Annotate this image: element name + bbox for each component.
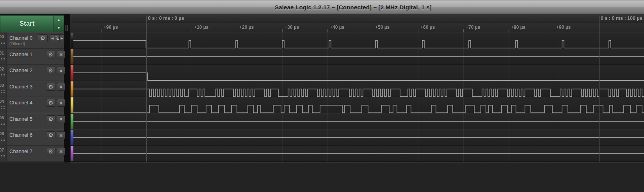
channel-panel: 00Channel 0(Filtered)⚙◀▶01Channel 1⚙×02C… <box>0 32 64 169</box>
channel-name: Channel 4 <box>9 100 32 106</box>
gear-icon: ⚙ <box>48 84 53 90</box>
timeline-tick-label: +70 µs <box>466 25 480 30</box>
channel-name: Channel 7 <box>9 148 32 154</box>
channel-settings-button[interactable]: ⚙ <box>46 51 55 58</box>
trigger-button-group: ◀▶ <box>50 34 64 42</box>
drag-handle-icon[interactable] <box>1 155 2 156</box>
channel-color-strip-02 <box>71 65 73 81</box>
timeline-tick <box>237 29 237 32</box>
channel-number: 00 <box>0 34 4 39</box>
trigger-edge-icon <box>55 36 59 41</box>
channel-remove-button[interactable]: × <box>57 148 65 155</box>
channel-name: Channel 2 <box>9 67 32 73</box>
channel-remove-button[interactable]: × <box>57 115 65 123</box>
timeline-tick <box>373 29 373 32</box>
gear-icon: ⚙ <box>48 100 53 106</box>
close-icon: × <box>59 116 63 122</box>
timeline-range-label: 0 s : 0 ms : 100 µs <box>601 16 642 21</box>
drag-handle-icon[interactable] <box>1 90 2 91</box>
timeline-tick-label: +10 µs <box>194 25 208 30</box>
channel-name: Channel 0 <box>9 35 32 41</box>
digital-trace-04 <box>73 105 644 113</box>
gear-icon: ⚙ <box>48 148 53 155</box>
timeline-tick-label: +50 µs <box>375 25 390 30</box>
channel-settings-button[interactable]: ⚙ <box>46 99 55 107</box>
drag-handle-icon[interactable] <box>1 42 2 42</box>
digital-trace-03 <box>73 89 644 97</box>
gear-icon: ⚙ <box>40 35 45 41</box>
timeline-tick <box>327 29 328 32</box>
timeline-ruler-absolute[interactable]: 0 s : 0 ms : 0 µs0 s : 0 ms : 100 µs <box>70 14 644 23</box>
capture-controls: Start ▲ ▼ <box>0 14 66 32</box>
window-title: Saleae Logic 1.2.17 – [Connected] – [2 M… <box>212 4 432 11</box>
timeline-tick <box>418 29 418 32</box>
trigger-type-button[interactable] <box>55 35 59 42</box>
channel-remove-button[interactable]: × <box>57 83 65 91</box>
prev-edge-button[interactable]: ◀ <box>50 35 55 42</box>
chevron-up-icon[interactable]: ▲ <box>54 16 64 24</box>
close-icon: × <box>59 83 63 90</box>
digital-trace-02 <box>73 73 644 81</box>
channel-remove-button[interactable]: × <box>57 99 65 107</box>
drag-handle-icon[interactable] <box>1 74 2 75</box>
channel-settings-button[interactable]: ⚙ <box>46 83 55 91</box>
timeline-tick-label: +80 µs <box>511 25 525 30</box>
close-icon: × <box>59 148 63 155</box>
chevron-left-icon: ◀ <box>51 37 53 40</box>
timeline-ruler-ticks[interactable]: +90 µs+10 µs+20 µs+30 µs+40 µs+50 µs+60 … <box>70 23 644 32</box>
drag-handle-icon[interactable] <box>1 139 2 139</box>
drag-handle-icon[interactable] <box>1 123 2 123</box>
channel-row-03: 03Channel 3⚙× <box>0 81 64 97</box>
close-icon: × <box>59 100 63 106</box>
resize-grip-icon[interactable] <box>66 25 68 31</box>
timeline-tick <box>101 29 101 32</box>
channel-row-07: 07Channel 7⚙× <box>0 146 64 162</box>
channel-settings-button[interactable]: ⚙ <box>38 34 48 42</box>
timeline-tick <box>282 29 283 32</box>
drag-handle-icon[interactable] <box>1 58 2 59</box>
channel-remove-button[interactable]: × <box>57 67 65 74</box>
channel-color-strip-04 <box>71 97 73 113</box>
channel-number: 04 <box>0 99 4 104</box>
timeline-tick-label: +90 µs <box>103 25 118 30</box>
gear-icon: ⚙ <box>48 67 53 74</box>
channel-filter-note: (Filtered) <box>9 42 25 46</box>
timeline-major-gridline <box>599 16 600 162</box>
timeline-range-label: 0 s : 0 ms : 0 µs <box>148 16 184 21</box>
timeline-tick-label: +40 µs <box>330 25 344 30</box>
channel-settings-button[interactable]: ⚙ <box>46 131 55 139</box>
capture-options-arrows: ▲ ▼ <box>54 15 64 32</box>
channel-row-06: 06Channel 6⚙× <box>0 129 64 146</box>
timeline-tick <box>554 29 554 32</box>
channel-name: Channel 6 <box>9 132 32 138</box>
channel-row-00: 00Channel 0(Filtered)⚙◀▶ <box>0 32 64 49</box>
channel-settings-button[interactable]: ⚙ <box>46 148 55 155</box>
timeline-tick <box>509 29 509 32</box>
channel-number: 06 <box>0 131 4 136</box>
channel-name: Channel 1 <box>9 51 32 57</box>
channel-number: 02 <box>0 67 4 71</box>
channel-settings-button[interactable]: ⚙ <box>46 67 55 74</box>
timeline-tick-label: +90 µs <box>556 25 571 30</box>
channel-name: Channel 5 <box>9 116 32 122</box>
channel-remove-button[interactable]: × <box>57 51 65 58</box>
channel-color-strip-06 <box>71 130 73 145</box>
gear-icon: ⚙ <box>48 116 53 122</box>
title-bar[interactable]: Saleae Logic 1.2.17 – [Connected] – [2 M… <box>0 0 644 14</box>
chevron-down-icon[interactable]: ▼ <box>54 24 64 32</box>
channel-row-02: 02Channel 2⚙× <box>0 65 64 81</box>
drag-handle-icon[interactable] <box>1 106 2 107</box>
channel-settings-button[interactable]: ⚙ <box>46 115 55 123</box>
channel-remove-button[interactable]: × <box>57 131 65 139</box>
channel-number: 01 <box>0 51 4 55</box>
channel-number: 05 <box>0 115 4 120</box>
next-edge-button[interactable]: ▶ <box>59 35 64 42</box>
channel-color-strip-01 <box>71 49 73 65</box>
close-icon: × <box>59 132 63 139</box>
start-button[interactable]: Start <box>0 15 54 32</box>
timeline-tick <box>463 29 464 32</box>
close-icon: × <box>59 67 63 74</box>
timeline-tick-label: +30 µs <box>285 25 299 30</box>
timeline-tick-label: +60 µs <box>420 25 435 30</box>
channel-number: 07 <box>0 148 4 152</box>
